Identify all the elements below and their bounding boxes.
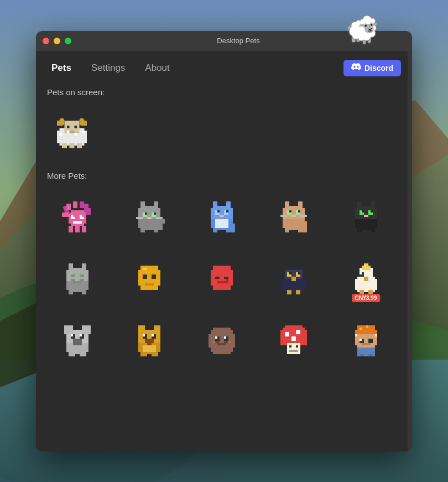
svg-rect-197 [285, 332, 289, 336]
pet-sprite-blue-cat [204, 199, 239, 235]
svg-rect-44 [138, 219, 160, 228]
svg-rect-171 [138, 325, 145, 332]
svg-rect-166 [80, 352, 86, 356]
svg-rect-181 [152, 352, 158, 356]
svg-rect-177 [145, 339, 154, 343]
svg-rect-66 [215, 219, 228, 228]
svg-rect-172 [154, 325, 160, 332]
pets-on-screen-grid [47, 106, 401, 156]
pet-item-mushroom[interactable] [263, 313, 324, 369]
tab-about[interactable]: About [140, 60, 174, 76]
scrollbar[interactable] [408, 51, 412, 452]
svg-rect-70 [226, 210, 228, 213]
svg-rect-42 [82, 226, 86, 232]
svg-rect-212 [368, 339, 373, 343]
discord-label: Discord [364, 64, 393, 72]
pet-item-white-bird[interactable]: CN¥3.99 [336, 251, 397, 307]
pet-item-gray-cat2[interactable] [47, 251, 108, 307]
pet-item-mushroom-hat[interactable] [336, 313, 397, 369]
svg-rect-126 [215, 277, 220, 279]
svg-rect-178 [147, 343, 152, 345]
svg-rect-64 [213, 201, 217, 208]
svg-rect-158 [64, 325, 73, 334]
pet-sprite-mushroom [276, 323, 311, 359]
maximize-button[interactable] [65, 38, 71, 44]
pet-item-red-face[interactable] [191, 251, 252, 307]
tab-pets[interactable]: Pets [47, 60, 76, 76]
svg-rect-111 [71, 274, 75, 277]
pet-item-golden-face[interactable] [119, 251, 180, 307]
svg-rect-108 [66, 270, 88, 281]
price-badge-white-bird: CN¥3.99 [352, 294, 380, 302]
traffic-lights [43, 38, 71, 44]
minimize-button[interactable] [54, 38, 60, 44]
pet-item-dark-bird[interactable] [263, 251, 324, 307]
svg-rect-127 [224, 277, 228, 279]
svg-rect-16 [67, 126, 70, 128]
svg-rect-31 [66, 204, 71, 210]
pet-sprite-ram [52, 111, 92, 151]
pet-item-creature1[interactable] [47, 189, 108, 245]
svg-rect-40 [69, 226, 73, 232]
svg-rect-59 [160, 219, 165, 224]
pet-sprite-round-face [204, 323, 239, 359]
pet-sprite-gray-cat [132, 199, 167, 235]
svg-rect-37 [73, 215, 75, 217]
svg-rect-164 [80, 334, 82, 336]
svg-rect-119 [138, 270, 160, 286]
svg-rect-33 [73, 201, 77, 208]
svg-rect-142 [296, 290, 300, 294]
svg-rect-137 [298, 272, 300, 274]
svg-rect-163 [71, 334, 73, 336]
pet-item-koala[interactable] [47, 313, 108, 369]
svg-rect-110 [82, 263, 86, 270]
svg-rect-146 [364, 263, 368, 270]
pet-sprite-creature1 [60, 199, 95, 235]
svg-rect-101 [371, 210, 373, 213]
discord-button[interactable]: Discord [343, 60, 401, 76]
svg-rect-51 [145, 213, 147, 215]
svg-rect-117 [82, 290, 86, 294]
svg-rect-176 [152, 334, 154, 336]
svg-rect-17 [75, 126, 77, 128]
svg-rect-122 [145, 283, 154, 286]
svg-rect-213 [360, 339, 362, 341]
discord-icon [351, 63, 361, 73]
pet-sprite-red-face [204, 261, 239, 297]
close-button[interactable] [43, 38, 49, 44]
pet-item-round-face[interactable] [191, 313, 252, 369]
svg-rect-147 [362, 266, 364, 270]
svg-rect-34 [80, 201, 84, 208]
pet-sprite-bear [132, 323, 167, 359]
svg-rect-216 [360, 354, 364, 356]
pet-item-blue-cat[interactable] [191, 189, 252, 245]
more-pets-label: More Pets: [47, 171, 401, 180]
svg-rect-69 [217, 210, 220, 213]
pet-sprite-gray-cat2 [60, 261, 95, 297]
on-screen-pet-ram[interactable] [47, 106, 97, 156]
svg-rect-93 [355, 219, 377, 228]
svg-rect-116 [69, 290, 73, 294]
svg-rect-150 [360, 272, 362, 274]
svg-rect-129 [226, 279, 228, 283]
svg-rect-18 [70, 131, 75, 133]
svg-rect-205 [355, 330, 377, 334]
svg-rect-29 [62, 213, 69, 217]
svg-rect-201 [289, 345, 291, 348]
svg-rect-57 [154, 228, 158, 232]
svg-rect-21 [77, 143, 82, 148]
svg-rect-78 [283, 208, 305, 219]
pet-sprite-white-bird [348, 261, 384, 297]
tab-settings[interactable]: Settings [87, 60, 129, 76]
svg-rect-180 [140, 352, 147, 356]
nav-bar: Pets Settings About Discord [47, 60, 401, 76]
svg-rect-138 [291, 277, 296, 281]
more-pets-grid: CN¥3.99 [47, 189, 401, 369]
pet-item-brown-cat[interactable] [263, 189, 324, 245]
pet-item-black-cat[interactable] [336, 189, 397, 245]
svg-rect-38 [82, 215, 84, 217]
pet-item-bear[interactable] [119, 313, 180, 369]
svg-rect-25 [82, 131, 85, 133]
pet-item-gray-cat[interactable] [119, 189, 180, 245]
svg-rect-196 [285, 325, 303, 330]
